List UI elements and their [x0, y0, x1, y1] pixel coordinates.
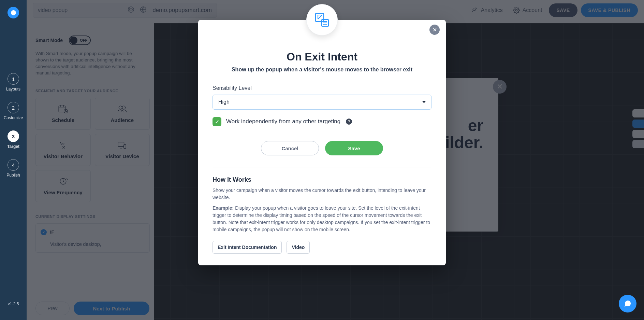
step-number: 1 — [8, 73, 19, 85]
how-it-works-desc: Show your campaign when a visitor moves … — [213, 187, 431, 201]
brand-logo[interactable] — [8, 7, 19, 18]
doc-link-button[interactable]: Exit Intent Documentation — [213, 241, 282, 254]
chat-launcher[interactable] — [619, 295, 636, 312]
exit-intent-modal: ✕ On Exit Intent Show up the popup when … — [198, 20, 446, 265]
independent-checkbox-row: ✓ Work independently from any other targ… — [213, 117, 431, 126]
modal-close-button[interactable]: ✕ — [429, 25, 440, 35]
step-customize[interactable]: 2 Customize — [4, 102, 23, 120]
step-rail: 1 Layouts 2 Customize 3 Target 4 Publish… — [0, 0, 27, 320]
step-number: 4 — [8, 159, 19, 171]
step-publish[interactable]: 4 Publish — [6, 159, 20, 178]
example-text: Display your popup when a visitor goes t… — [213, 205, 430, 232]
step-layouts[interactable]: 1 Layouts — [6, 73, 20, 92]
chevron-down-icon — [422, 101, 426, 103]
how-it-works-title: How It Works — [213, 176, 431, 183]
step-target[interactable]: 3 Target — [7, 130, 19, 149]
how-it-works-example: Example: Display your popup when a visit… — [213, 205, 431, 233]
sensibility-value: High — [218, 99, 230, 105]
independent-label: Work independently from any other target… — [226, 118, 340, 125]
modal-subtitle: Show up the popup when a visitor's mouse… — [213, 67, 431, 73]
step-label: Publish — [6, 173, 20, 178]
modal-title: On Exit Intent — [213, 51, 431, 63]
sensibility-select[interactable]: High — [213, 95, 431, 110]
modal-save-button[interactable]: Save — [325, 141, 383, 155]
step-number: 3 — [8, 130, 19, 142]
step-number: 2 — [8, 102, 19, 113]
sensibility-label: Sensibility Level — [213, 85, 431, 91]
divider — [213, 167, 431, 167]
modal-cancel-button[interactable]: Cancel — [261, 141, 319, 155]
step-label: Layouts — [6, 87, 20, 92]
exit-intent-icon — [306, 4, 338, 36]
version-label: v1.2.5 — [8, 302, 19, 320]
independent-checkbox[interactable]: ✓ — [213, 117, 221, 126]
step-label: Target — [7, 144, 19, 149]
step-label: Customize — [4, 115, 23, 120]
help-icon[interactable]: ? — [346, 119, 352, 125]
video-link-button[interactable]: Video — [287, 241, 310, 254]
example-label: Example: — [213, 205, 234, 211]
